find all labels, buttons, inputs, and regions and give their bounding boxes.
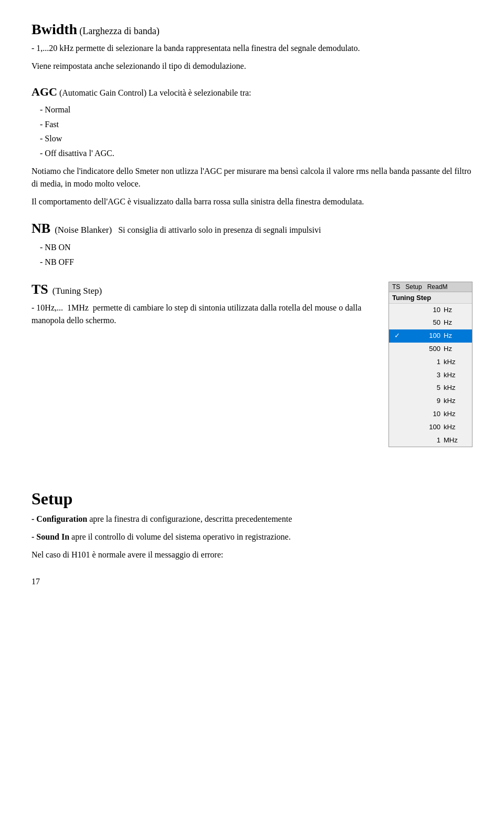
- nb-item-on: - NB ON: [40, 241, 472, 254]
- ts-menu: TS Setup ReadM Tuning Step 10 Hz 50 Hz ✓…: [388, 282, 472, 448]
- ts-subtitle: (Tuning Step): [52, 286, 102, 296]
- bwidth-section: Bwidth (Larghezza di banda) - 1,...20 kH…: [32, 21, 472, 73]
- ts-menu-titlebar: TS Setup ReadM: [389, 282, 472, 292]
- setup-note: Nel caso di H101 è normale avere il mess…: [32, 549, 472, 561]
- agc-note2: Il comportamento dell'AGC è visualizzato…: [32, 195, 472, 208]
- agc-section: AGC (Automatic Gain Control) La velocità…: [32, 85, 472, 208]
- ts-check-500hz: [394, 344, 402, 355]
- agc-item-normal: - Normal: [40, 103, 472, 117]
- nb-header: NB (Noise Blanker) Si consiglia di attiv…: [32, 221, 472, 236]
- agc-subtitle: (Automatic Gain Control): [59, 88, 146, 97]
- ts-menu-item-1mhz[interactable]: 1 MHz: [389, 434, 472, 447]
- ts-menu-tab-readm: ReadM: [427, 283, 448, 291]
- setup-configuration-label: - Configuration: [32, 514, 87, 523]
- setup-configuration: - Configuration apre la finestra di conf…: [32, 513, 472, 525]
- ts-check-3khz: [394, 370, 402, 381]
- ts-menu-item-50hz[interactable]: 50 Hz: [389, 316, 472, 329]
- agc-title: AGC: [32, 85, 57, 98]
- ts-menu-item-500hz[interactable]: 500 Hz: [389, 343, 472, 356]
- ts-menu-header: Tuning Step: [389, 292, 472, 304]
- ts-check-9khz: [394, 396, 402, 407]
- setup-section: Setup - Configuration apre la finestra d…: [32, 489, 472, 561]
- ts-menu-tab-setup: Setup: [405, 283, 422, 291]
- ts-check-10hz: [394, 305, 402, 316]
- agc-item-fast: - Fast: [40, 118, 472, 131]
- agc-item-off: - Off disattiva l' AGC.: [40, 147, 472, 160]
- ts-check-1mhz: [394, 435, 402, 446]
- ts-menu-item-10hz[interactable]: 10 Hz: [389, 304, 472, 317]
- ts-menu-item-1khz[interactable]: 1 kHz: [389, 356, 472, 369]
- nb-item-off: - NB OFF: [40, 255, 472, 269]
- ts-menu-item-100khz[interactable]: 100 kHz: [389, 421, 472, 434]
- ts-menu-item-3khz[interactable]: 3 kHz: [389, 369, 472, 382]
- bwidth-header: Bwidth (Larghezza di banda): [32, 21, 472, 38]
- ts-text-block: TS (Tuning Step) - 10Hz,... 1MHz permett…: [32, 282, 368, 332]
- bwidth-desc2: Viene reimpostata anche selezionando il …: [32, 60, 472, 73]
- agc-note1: Notiamo che l'indicatore dello Smeter no…: [32, 165, 472, 190]
- agc-header: AGC (Automatic Gain Control) La velocità…: [32, 85, 472, 99]
- ts-header: TS (Tuning Step): [32, 282, 368, 297]
- ts-check-10khz: [394, 409, 402, 420]
- ts-check-5khz: [394, 383, 402, 394]
- ts-check-100hz: ✓: [394, 331, 402, 342]
- ts-section: TS (Tuning Step) - 10Hz,... 1MHz permett…: [32, 282, 472, 448]
- bwidth-subtitle: (Larghezza di banda): [79, 26, 160, 36]
- setup-title: Setup: [32, 489, 72, 508]
- setup-sound-in-label: - Sound In: [32, 532, 69, 541]
- setup-sound-in: - Sound In apre il controllo di volume d…: [32, 531, 472, 543]
- agc-desc1: La velocità è selezionabile tra:: [149, 88, 251, 97]
- bwidth-title: Bwidth: [32, 21, 77, 37]
- ts-desc1: - 10Hz,... 1MHz permette di cambiare lo …: [32, 302, 368, 327]
- ts-menu-tab-ts: TS: [392, 283, 400, 291]
- ts-menu-item-9khz[interactable]: 9 kHz: [389, 395, 472, 408]
- nb-section: NB (Noise Blanker) Si consiglia di attiv…: [32, 221, 472, 269]
- ts-menu-item-5khz[interactable]: 5 kHz: [389, 381, 472, 395]
- nb-desc: Si consiglia di attivarlo solo in presen…: [118, 225, 321, 234]
- nb-subtitle: (Noise Blanker): [55, 225, 112, 235]
- ts-title: TS: [32, 282, 48, 297]
- setup-configuration-text: apre la finestra di configurazione, desc…: [89, 514, 292, 523]
- ts-check-1khz: [394, 357, 402, 368]
- nb-title: NB: [32, 221, 50, 236]
- ts-menu-item-10khz[interactable]: 10 kHz: [389, 408, 472, 421]
- agc-items: - Normal - Fast - Slow - Off disattiva l…: [32, 103, 472, 160]
- bwidth-desc1: - 1,...20 kHz permette di selezionare la…: [32, 42, 472, 55]
- setup-header: Setup: [32, 489, 472, 509]
- ts-check-50hz: [394, 317, 402, 328]
- agc-item-slow: - Slow: [40, 132, 472, 146]
- ts-menu-item-100hz[interactable]: ✓ 100 Hz: [389, 329, 472, 343]
- nb-items: - NB ON - NB OFF: [32, 241, 472, 269]
- page-number: 17: [32, 577, 472, 586]
- ts-check-100khz: [394, 422, 402, 433]
- setup-sound-in-text: apre il controllo di volume del sistema …: [71, 532, 291, 541]
